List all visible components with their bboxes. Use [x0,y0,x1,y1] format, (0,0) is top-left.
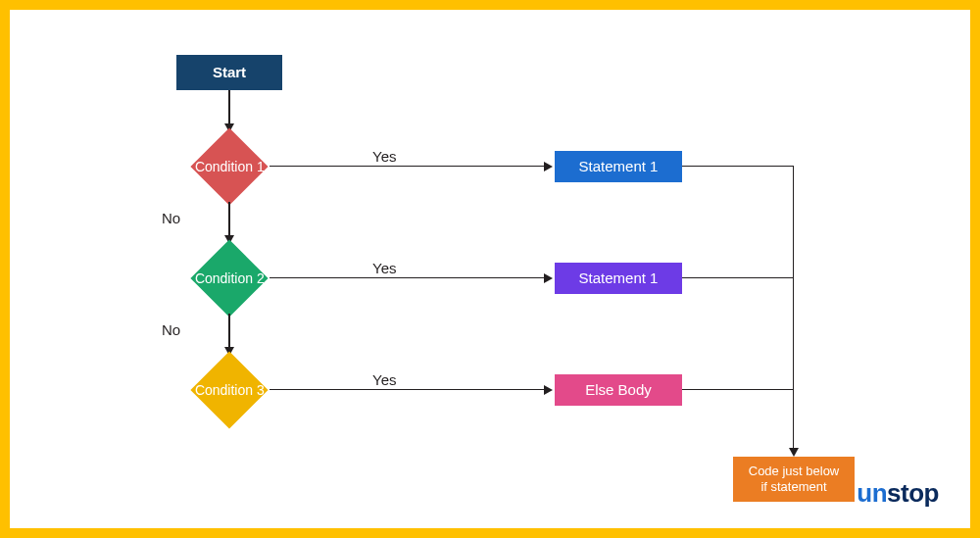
edge-c2-c3 [228,314,230,348]
c2-yes-label: Yes [372,260,396,276]
condition-1-label: Condition 1 [195,159,265,174]
edge-else-bus [682,389,794,390]
statement-2-label: Statement 1 [579,269,659,288]
condition-3-label: Condition 3 [195,382,265,398]
edge-start-c1 [228,90,230,124]
condition-2-node: Condition 2 [190,239,268,317]
final-label: Code just below if statement [749,464,840,496]
c3-yes-label: Yes [372,371,396,388]
edge-c1-s1 [270,166,545,167]
logo-rest: stop [887,478,939,508]
condition-1-node: Condition 1 [190,127,268,205]
start-node: Start [176,55,282,90]
c2-no-label: No [162,321,180,338]
edge-c1-s1-head [544,162,553,171]
final-node: Code just below if statement [733,457,855,502]
logo-prefix: un [857,478,887,508]
edge-bus-vertical [793,166,794,449]
condition-3-node: Condition 3 [190,351,268,428]
c1-yes-label: Yes [372,148,396,165]
else-body-label: Else Body [585,381,652,400]
edge-bus-head [789,448,799,457]
edge-c3-else-head [544,385,553,395]
brand-logo: unstop [857,478,939,509]
edge-s1-bus [682,166,794,167]
edge-c2-s2-head [544,273,553,283]
start-label: Start [213,64,246,82]
condition-2-label: Condition 2 [195,270,265,286]
edge-c1-c2 [228,202,230,236]
statement-2-node: Statement 1 [555,263,682,294]
edge-c2-s2 [270,277,545,278]
c1-no-label: No [162,210,180,226]
flowchart-canvas: Start Condition 1 Yes Statement 1 No Con… [10,10,970,528]
edge-c3-else [270,389,545,390]
statement-1-label: Statement 1 [579,158,659,176]
statement-1-node: Statement 1 [555,151,682,182]
edge-s2-bus [682,277,794,278]
else-body-node: Else Body [555,374,682,406]
